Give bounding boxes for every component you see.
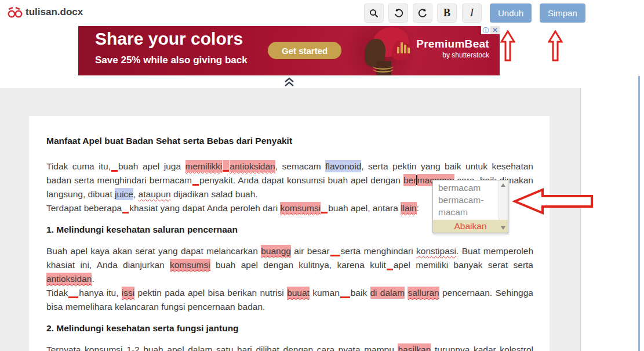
text-run: : xyxy=(417,203,419,213)
italic-button[interactable]: I xyxy=(462,3,482,23)
redo-icon xyxy=(418,8,428,18)
italic-icon: I xyxy=(470,7,474,19)
suggestion-list: bermacambermacam-macam xyxy=(433,182,500,218)
flagged-word[interactable]: juice xyxy=(115,188,133,200)
ad-info-icon[interactable]: ⓘ xyxy=(481,26,490,34)
flagged-word[interactable]: ataupun xyxy=(139,189,171,199)
text-run: buah apel dengan kulitnya, karena kulit xyxy=(210,260,386,270)
collapse-ad-button[interactable] xyxy=(283,77,295,88)
space-error-mark[interactable] xyxy=(330,252,340,256)
flagged-word[interactable]: buangg xyxy=(261,245,291,257)
text-run: baik xyxy=(351,288,370,298)
text-run: , semacam xyxy=(275,161,326,171)
document-page[interactable]: Manfaat Apel buat Badan Sehat serta Beba… xyxy=(29,116,550,351)
download-button[interactable]: Unduh xyxy=(490,3,532,23)
browser-scroll-edge[interactable] xyxy=(638,76,640,351)
flagged-word[interactable]: flavonoid xyxy=(325,160,361,172)
paragraph: Ternyata konsumsi 1-2 buah apel dalam sa… xyxy=(46,343,533,351)
flagged-word[interactable]: konstipasi xyxy=(416,246,456,256)
text-run: serta menghindari xyxy=(341,246,416,256)
flagged-word[interactable]: llain xyxy=(401,202,417,214)
space-error-mark[interactable] xyxy=(223,160,229,172)
ignore-button[interactable]: Abaikan xyxy=(433,220,508,233)
ad-banner[interactable]: Share your colors Save 25% while also gi… xyxy=(78,26,500,75)
premiumbeat-bars-icon xyxy=(397,40,411,57)
section-heading: Manfaat Apel buat Badan Sehat serta Beba… xyxy=(46,135,533,146)
text-run: khasiat yang dapat Anda peroleh dari xyxy=(129,203,280,213)
app-logo-icon[interactable] xyxy=(7,5,23,20)
ad-headline: Share your colors xyxy=(95,29,243,49)
text-run: Tidak xyxy=(46,288,68,298)
flagged-word[interactable]: di dalam xyxy=(370,287,405,299)
text-run: penyakit. Anda dapat konsumsi buah apel … xyxy=(199,175,403,185)
suggestion-item[interactable]: bermacam-macam xyxy=(438,194,500,218)
flagged-word[interactable]: buuat xyxy=(287,287,310,299)
ad-subheadline: Save 25% while also giving back xyxy=(95,55,248,66)
text-run: buah apel juga xyxy=(118,161,185,171)
suggestion-popup[interactable]: bermacambermacam-macam Abaikan xyxy=(432,180,508,233)
brand-subtitle: by shutterstock xyxy=(442,51,489,59)
undo-icon xyxy=(394,8,403,18)
flagged-word[interactable]: komsumsi xyxy=(170,259,210,271)
ad-cta-button[interactable]: Get started xyxy=(268,42,341,59)
ad-close-icon[interactable]: ✕ xyxy=(490,26,500,34)
search-icon xyxy=(369,9,379,18)
arrow-annotation-download xyxy=(500,30,515,64)
text-run: Tidak cuma itu, xyxy=(46,161,111,171)
paragraph: Buah apel kaya akan serat yang dapat mel… xyxy=(46,244,533,286)
text-run: . xyxy=(92,274,94,284)
top-toolbar: tulisan.docx B I Unduh Simpan xyxy=(0,0,644,26)
bold-button[interactable]: B xyxy=(437,3,457,23)
flagged-word[interactable]: issi xyxy=(122,287,134,299)
flagged-word[interactable]: ber xyxy=(403,174,416,186)
space-error-mark[interactable] xyxy=(387,266,393,270)
document-content: Manfaat Apel buat Badan Sehat serta Beba… xyxy=(46,135,533,351)
space-error-mark[interactable] xyxy=(340,294,350,298)
space-error-mark[interactable] xyxy=(122,209,129,214)
search-button[interactable] xyxy=(364,3,384,23)
text-run: Buah apel kaya akan serat yang dapat mel… xyxy=(46,246,261,256)
text-run: kuman xyxy=(310,288,340,298)
space-error-mark[interactable] xyxy=(321,209,328,214)
text-run: buah apel, antara xyxy=(328,203,401,213)
scroll-up-icon[interactable] xyxy=(501,183,505,187)
adchoices-controls: ⓘ ✕ xyxy=(481,26,500,34)
space-error-mark[interactable] xyxy=(68,294,78,298)
redo-button[interactable] xyxy=(413,3,432,23)
flagged-word[interactable]: memilikki xyxy=(185,160,223,172)
suggestion-item[interactable]: bermacam xyxy=(438,182,500,194)
text-run: , xyxy=(133,189,139,199)
flagged-word[interactable]: antioksidan xyxy=(46,273,92,285)
arrow-annotation-save xyxy=(548,30,563,64)
suggestion-scrollbar[interactable] xyxy=(499,180,508,220)
text-run: Ternyata konsumsi 1-2 buah apel dalam sa… xyxy=(46,345,398,351)
scroll-down-icon[interactable] xyxy=(501,226,505,230)
space-error-mark[interactable] xyxy=(111,168,118,172)
text-run: air besar xyxy=(291,246,330,256)
document-title: tulisan.docx xyxy=(26,6,83,18)
brand-name: PremiumBeat xyxy=(416,38,489,50)
text-run: hanya itu, xyxy=(79,288,122,298)
paragraph: Tidakhanya itu, issi pektin pada apel bi… xyxy=(46,286,533,314)
section-heading: 2. Melindungi kesehatan serta fungsi jan… xyxy=(46,323,533,334)
bold-icon: B xyxy=(443,7,450,19)
undo-button[interactable] xyxy=(388,3,408,23)
text-run: Terdapat beberapa xyxy=(46,203,122,213)
save-button[interactable]: Simpan xyxy=(540,3,585,23)
flagged-word[interactable]: hasilkan xyxy=(398,343,431,351)
flagged-word[interactable]: komsumsi xyxy=(280,202,321,214)
flagged-word[interactable]: antioksidan xyxy=(230,160,275,172)
text-run: apel memiliki banyak serat serta xyxy=(394,260,533,270)
text-run: dijadikan salad buah. xyxy=(171,189,258,199)
flagged-word[interactable]: salluran xyxy=(407,287,439,299)
ad-brand: PremiumBeat by shutterstock xyxy=(397,38,489,59)
text-run: pektin pada apel bisa berikan nutrisi xyxy=(134,288,287,298)
double-chevron-up-icon xyxy=(283,79,295,89)
space-error-mark[interactable] xyxy=(192,182,199,186)
